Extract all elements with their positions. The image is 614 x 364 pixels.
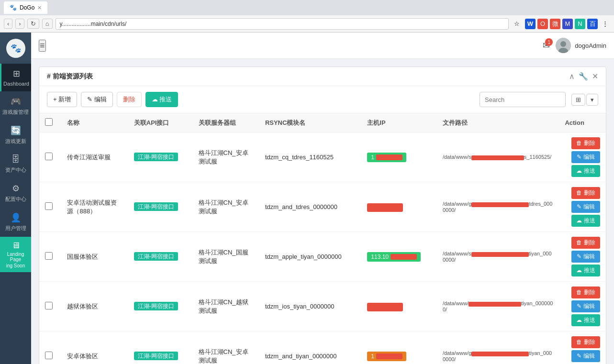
sidebar-item-user-manage[interactable]: 👤 用户管理 — [0, 208, 31, 237]
row-actions-1: 🗑 删除 ✎ 编辑 ☁ 推送 — [559, 182, 606, 232]
row-server-0: 格斗江湖CN_安卓测试服 — [193, 132, 259, 182]
close-card-btn[interactable]: ✕ — [592, 72, 598, 81]
push-row-btn-0[interactable]: ☁ 推送 — [571, 165, 600, 177]
row-checkbox-2[interactable] — [45, 252, 53, 260]
edit-btn[interactable]: ✎ 编辑 — [81, 92, 113, 107]
tab-favicon: 🐾 — [10, 4, 17, 11]
ext-b-icon: 百 — [587, 19, 598, 29]
star-icon[interactable]: ☆ — [512, 19, 522, 29]
row-name-1: 安卓活动测试服资源（888） — [61, 182, 128, 232]
view-toggle: ⊞ ▾ — [571, 94, 598, 106]
row-server-3: 格斗江湖CN_越狱测试服 — [193, 282, 259, 331]
row-rsync-1: tdzm_and_tdres_0000000 — [259, 182, 361, 232]
game-update-icon: 🔄 — [11, 125, 21, 136]
col-rsync: RSYNC模块名 — [259, 113, 361, 132]
hamburger-btn[interactable]: ≡ — [39, 40, 46, 52]
api-tag-3: 江湖-网宿接口 — [134, 302, 178, 310]
row-checkbox-3[interactable] — [45, 302, 53, 309]
sidebar-item-landing[interactable]: 🖥 Landing Page ing Soon — [0, 237, 31, 272]
table-row: 安卓活动测试服资源（888） 江湖-网宿接口 格斗江湖CN_安卓测试服 tdzm… — [39, 182, 606, 232]
edit-row-btn-0[interactable]: ✎ 编辑 — [571, 151, 600, 163]
push-row-btn-3[interactable]: ☁ 推送 — [571, 314, 600, 326]
header-right: ✉ 1 dogoAdmin — [543, 38, 606, 53]
row-checkbox-1[interactable] — [45, 202, 53, 210]
resource-card: # 前端资源列表 ∧ 🔧 ✕ + 新增 ✎ 编辑 删除 ☁ 推送 ⊞ — [39, 66, 606, 364]
edit-row-btn-1[interactable]: ✎ 编辑 — [571, 201, 600, 213]
ext-w-icon: W — [525, 19, 536, 29]
user-info[interactable]: dogoAdmin — [556, 38, 606, 53]
delete-row-btn-3[interactable]: 🗑 删除 — [571, 287, 600, 298]
row-rsync-2: tdzm_apple_tiyan_0000000 — [259, 232, 361, 282]
header-left: ≡ — [39, 40, 46, 52]
row-api-4: 江湖-网宿接口 — [128, 331, 193, 364]
push-row-btn-1[interactable]: ☁ 推送 — [571, 215, 600, 227]
ext-g-icon: N — [575, 19, 585, 29]
sidebar-item-game-manage[interactable]: 🎮 游戏服管理 — [0, 91, 31, 121]
row-actions-2: 🗑 删除 ✎ 编辑 ☁ 推送 — [559, 232, 606, 282]
grid-view-btn[interactable]: ⊞ — [571, 94, 585, 106]
col-name: 名称 — [61, 113, 128, 132]
api-tag-0: 江湖-网宿接口 — [134, 153, 178, 161]
menu-icon[interactable]: ⋮ — [600, 19, 610, 29]
row-path-3: /data/www/tiyan_0000000/ — [437, 282, 559, 331]
sidebar-item-asset-center[interactable]: 🗄 资产中心 — [0, 150, 31, 178]
forward-btn[interactable]: › — [15, 19, 24, 29]
card-header: # 前端资源列表 ∧ 🔧 ✕ — [39, 67, 606, 86]
api-tag-1: 江湖-网宿接口 — [134, 202, 178, 211]
svg-point-1 — [560, 41, 566, 47]
sidebar-label-config-center: 配置中心 — [5, 196, 26, 203]
row-actions-4: 🗑 删除 ✎ 编辑 ☁ 推送 — [559, 331, 606, 364]
browser-tab[interactable]: 🐾 DoGo ✕ — [4, 1, 47, 14]
sidebar-item-config-center[interactable]: ⚙ 配置中心 — [0, 178, 31, 208]
notification-btn[interactable]: ✉ 1 — [543, 40, 550, 51]
col-action: Action — [559, 113, 606, 132]
row-checkbox-4[interactable] — [45, 352, 53, 359]
delete-row-btn-2[interactable]: 🗑 删除 — [571, 237, 600, 249]
row-api-1: 江湖-网宿接口 — [128, 182, 193, 232]
edit-row-btn-2[interactable]: ✎ 编辑 — [571, 251, 600, 263]
push-btn[interactable]: ☁ 推送 — [145, 92, 179, 107]
row-name-2: 国服体验区 — [61, 232, 128, 282]
row-rsync-3: tdzm_ios_tiyan_0000000 — [259, 282, 361, 331]
row-ip-0: 1 — [361, 132, 437, 182]
table-row: 传奇江湖送审服 江湖-网宿接口 格斗江湖CN_安卓测试服 tdzm_cq_tdr… — [39, 132, 606, 182]
back-btn[interactable]: ‹ — [4, 19, 12, 29]
settings-btn[interactable]: 🔧 — [579, 72, 588, 81]
col-ip: 主机IP — [361, 113, 437, 132]
delete-row-btn-4[interactable]: 🗑 删除 — [571, 336, 600, 348]
sidebar-item-game-update[interactable]: 🔄 游戏更新 — [0, 121, 31, 150]
dropdown-view-btn[interactable]: ▾ — [586, 94, 598, 106]
sidebar-label-user-manage: 用户管理 — [5, 225, 26, 232]
row-ip-2: 113.10 — [361, 232, 437, 282]
push-row-btn-2[interactable]: ☁ 推送 — [571, 265, 600, 276]
edit-row-btn-3[interactable]: ✎ 编辑 — [571, 300, 600, 312]
search-input[interactable] — [480, 92, 566, 107]
resource-table: 名称 关联API接口 关联服务器组 RSYNC模块名 主机IP 文件路径 Act… — [39, 113, 606, 364]
delete-row-btn-0[interactable]: 🗑 删除 — [571, 137, 600, 149]
select-all-checkbox[interactable] — [45, 118, 53, 126]
delete-btn[interactable]: 删除 — [117, 92, 142, 107]
collapse-btn[interactable]: ∧ — [569, 72, 575, 81]
col-api: 关联API接口 — [128, 113, 193, 132]
row-server-1: 格斗江湖CN_安卓测试服 — [193, 182, 259, 232]
row-name-4: 安卓体验区 — [61, 331, 128, 364]
app-container: 🐾 ⊞ Dashboard 🎮 游戏服管理 🔄 游戏更新 🗄 资产中心 ⚙ 配置… — [0, 33, 614, 364]
avatar-image — [556, 38, 571, 53]
address-input[interactable] — [56, 18, 509, 30]
delete-row-btn-1[interactable]: 🗑 删除 — [571, 187, 600, 199]
row-path-2: /data/www/stiyan_0000000/ — [437, 232, 559, 282]
home-btn[interactable]: ⌂ — [42, 19, 53, 29]
browser-bar: ‹ › ↻ ⌂ ☆ W O 微 M N 百 ⋮ — [0, 15, 614, 33]
reload-btn[interactable]: ↻ — [27, 19, 39, 29]
ext-o-icon: O — [537, 19, 548, 29]
row-server-4: 格斗江湖CN_安卓测试服 — [193, 331, 259, 364]
tab-close-btn[interactable]: ✕ — [37, 5, 42, 11]
asset-center-icon: 🗄 — [11, 154, 20, 165]
sidebar-item-dashboard[interactable]: ⊞ Dashboard — [0, 64, 31, 91]
header: ≡ ✉ 1 dogoAdmin — [31, 33, 614, 59]
add-btn[interactable]: + 新增 — [47, 92, 77, 107]
row-checkbox-0[interactable] — [45, 153, 53, 160]
row-name-0: 传奇江湖送审服 — [61, 132, 128, 182]
sidebar-label-landing: Landing Page — [2, 252, 29, 262]
edit-row-btn-4[interactable]: ✎ 编辑 — [571, 350, 600, 362]
